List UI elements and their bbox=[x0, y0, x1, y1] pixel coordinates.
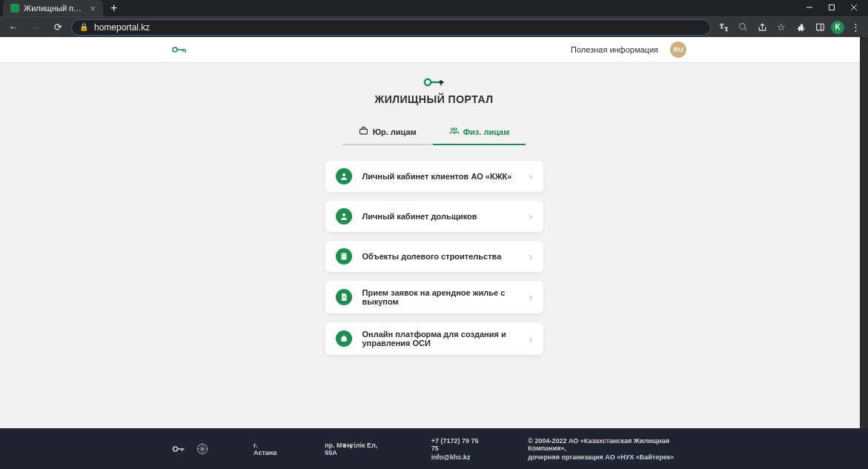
card-dolshchik-cabinet[interactable]: Личный кабинет дольщиков › bbox=[325, 201, 543, 232]
people-icon bbox=[449, 126, 459, 138]
card-label: Личный кабинет клиентов АО «КЖК» bbox=[362, 172, 519, 181]
svg-rect-21 bbox=[345, 254, 345, 255]
extensions-icon[interactable] bbox=[792, 19, 809, 36]
tab-title: Жилищный портал АО "КЖК" bbox=[24, 4, 85, 13]
footer-key-logo-icon bbox=[172, 442, 185, 456]
svg-point-26 bbox=[173, 447, 178, 451]
card-osi-platform[interactable]: Онлайн платформа для создания и управлен… bbox=[325, 322, 543, 355]
site-footer: г. Астана пр. Мәңгілік Ел, 55А +7 (7172)… bbox=[0, 428, 868, 469]
svg-point-17 bbox=[342, 173, 345, 176]
document-icon bbox=[336, 289, 352, 305]
tab-bar: Жилищный портал АО "КЖК" × + bbox=[0, 0, 868, 16]
person-icon bbox=[336, 168, 352, 184]
card-personal-cabinet-kzhk[interactable]: Личный кабинет клиентов АО «КЖК» › bbox=[325, 161, 543, 192]
favicon-icon bbox=[10, 4, 19, 13]
svg-point-16 bbox=[454, 128, 457, 130]
svg-line-5 bbox=[744, 28, 746, 30]
svg-point-18 bbox=[342, 213, 345, 216]
tab-individual[interactable]: Физ. лицам bbox=[433, 120, 526, 145]
footer-logos bbox=[172, 442, 209, 456]
entity-tabs: Юр. лицам Физ. лицам bbox=[0, 120, 868, 146]
new-tab-button[interactable]: + bbox=[103, 1, 125, 15]
card-label: Личный кабинет дольщиков bbox=[362, 212, 519, 221]
svg-rect-22 bbox=[342, 256, 343, 257]
scrollbar[interactable] bbox=[860, 37, 868, 469]
svg-rect-1 bbox=[829, 5, 835, 10]
tab-individual-label: Физ. лицам bbox=[463, 127, 510, 136]
card-construction-objects[interactable]: Объекты долевого строительства › bbox=[325, 241, 543, 272]
svg-point-8 bbox=[173, 47, 177, 52]
briefcase-icon bbox=[359, 126, 368, 138]
language-selector[interactable]: RU bbox=[670, 41, 686, 58]
bookmark-icon[interactable]: ☆ bbox=[773, 19, 789, 36]
svg-point-15 bbox=[451, 128, 453, 130]
tab-legal[interactable]: Юр. лицам bbox=[342, 120, 433, 145]
svg-point-4 bbox=[739, 24, 745, 30]
language-code: RU bbox=[674, 46, 683, 53]
forward-button[interactable]: → bbox=[27, 19, 44, 36]
home-icon bbox=[336, 330, 352, 347]
minimize-button[interactable] bbox=[798, 0, 821, 15]
close-tab-icon[interactable]: × bbox=[90, 3, 96, 14]
url-text: homeportal.kz bbox=[94, 22, 150, 33]
browser-chrome: Жилищный портал АО "КЖК" × + ← → ⟳ 🔒 hom… bbox=[0, 0, 868, 37]
page-title: ЖИЛИЩНЫЙ ПОРТАЛ bbox=[0, 93, 868, 105]
footer-copyright: © 2004-2022 АО «Казахстанская Жилищная К… bbox=[528, 437, 696, 461]
profile-letter: K bbox=[835, 23, 840, 31]
zoom-icon[interactable] bbox=[735, 19, 751, 36]
page-content: Полезная информация RU ЖИЛИЩНЫЙ ПОРТАЛ Ю… bbox=[0, 37, 868, 469]
card-label: Объекты долевого строительства bbox=[362, 252, 519, 261]
browser-toolbar: ← → ⟳ 🔒 homeportal.kz ☆ K bbox=[0, 16, 868, 37]
close-window-button[interactable] bbox=[843, 0, 865, 15]
service-card-list: Личный кабинет клиентов АО «КЖК» › Личны… bbox=[325, 161, 543, 355]
svg-rect-14 bbox=[360, 129, 367, 134]
header-right: Полезная информация RU bbox=[571, 41, 686, 58]
back-button[interactable]: ← bbox=[4, 19, 22, 36]
svg-rect-20 bbox=[342, 254, 343, 255]
translate-icon[interactable] bbox=[715, 19, 732, 36]
browser-tab[interactable]: Жилищный портал АО "КЖК" × bbox=[3, 0, 103, 16]
building-icon bbox=[336, 248, 352, 265]
footer-email[interactable]: info@khc.kz bbox=[431, 453, 484, 461]
tab-legal-label: Юр. лицам bbox=[373, 127, 417, 136]
hero-logo-icon bbox=[423, 76, 445, 89]
key-icon bbox=[172, 45, 187, 54]
site-logo[interactable] bbox=[172, 45, 187, 54]
card-rental-applications[interactable]: Прием заявок на арендное жилье с выкупом… bbox=[325, 281, 543, 313]
svg-point-12 bbox=[424, 79, 430, 85]
person-icon bbox=[336, 208, 352, 224]
card-label: Прием заявок на арендное жилье с выкупом bbox=[362, 288, 519, 306]
svg-rect-19 bbox=[341, 253, 346, 260]
chevron-right-icon: › bbox=[529, 210, 533, 222]
chevron-right-icon: › bbox=[529, 291, 533, 303]
svg-rect-23 bbox=[345, 256, 345, 257]
panel-icon[interactable] bbox=[812, 19, 828, 36]
footer-phone: +7 (7172) 79 75 75 bbox=[431, 437, 484, 452]
site-header: Полезная информация RU bbox=[0, 37, 868, 62]
card-label: Онлайн платформа для создания и управлен… bbox=[362, 330, 519, 347]
maximize-button[interactable] bbox=[821, 0, 843, 15]
footer-emblem-icon bbox=[196, 442, 209, 456]
address-bar[interactable]: 🔒 homeportal.kz bbox=[71, 19, 711, 36]
chevron-right-icon: › bbox=[529, 250, 533, 262]
footer-contacts: +7 (7172) 79 75 75 info@khc.kz bbox=[431, 437, 484, 461]
profile-button[interactable]: K bbox=[831, 21, 844, 34]
toolbar-right: ☆ K ⋮ bbox=[715, 19, 864, 36]
reload-button[interactable]: ⟳ bbox=[49, 19, 67, 36]
window-controls bbox=[798, 0, 865, 15]
chevron-right-icon: › bbox=[529, 170, 533, 182]
chevron-right-icon: › bbox=[529, 333, 533, 345]
menu-icon[interactable]: ⋮ bbox=[847, 19, 864, 36]
info-link[interactable]: Полезная информация bbox=[571, 45, 658, 54]
svg-rect-6 bbox=[816, 24, 824, 30]
hero-section: ЖИЛИЩНЫЙ ПОРТАЛ bbox=[0, 62, 868, 105]
share-icon[interactable] bbox=[754, 19, 770, 36]
lock-icon: 🔒 bbox=[79, 23, 88, 31]
footer-city: г. Астана bbox=[254, 442, 280, 456]
footer-address: пр. Мәңгілік Ел, 55А bbox=[325, 442, 386, 456]
